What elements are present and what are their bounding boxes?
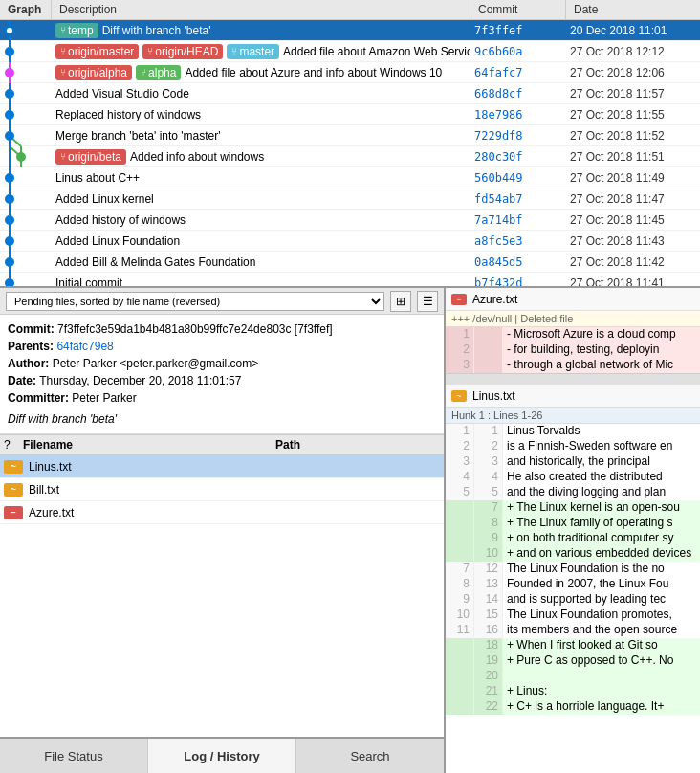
desc-cell: Added Visual Studio Code <box>52 87 470 100</box>
files-q-col: ? <box>0 438 19 452</box>
files-name-col: Filename <box>19 438 272 452</box>
log-row[interactable]: ⑂origin/master⑂origin/HEAD⑂masterAdded f… <box>0 41 700 62</box>
diff-deleted-note: +++ /dev/null | Deleted file <box>446 311 700 327</box>
log-row[interactable]: Linus about C++560b44927 Oct 2018 11:49 <box>0 167 700 188</box>
diff-line: 11 Linus Torvalds <box>446 424 700 439</box>
log-row[interactable]: Merge branch 'beta' into 'master'7229df8… <box>0 125 700 146</box>
desc-cell: Added Bill & Melinda Gates Foundation <box>52 255 470 269</box>
file-row[interactable]: −Azure.txt <box>0 501 444 524</box>
graph-cell <box>0 41 52 62</box>
graph-cell <box>0 125 52 146</box>
diff-line: 914 and is supported by leading tec <box>446 592 700 607</box>
diff-line: 9+ on both traditional computer sy <box>446 531 700 546</box>
commit-hash-cell: b7f432d <box>470 276 566 289</box>
files-list: ~Linus.txt~Bill.txt−Azure.txt <box>0 455 444 737</box>
desc-cell: ⑂origin/betaAdded info about windows <box>52 149 470 165</box>
diff-line: 10+ and on various embedded devices <box>446 546 700 562</box>
diff-line: 21+ Linus: <box>446 684 700 699</box>
horizontal-scrollbar[interactable] <box>446 373 700 385</box>
diff-file-icon-linus: ~ <box>451 390 467 402</box>
file-name: Linus.txt <box>23 460 272 474</box>
commit-info: Commit: 7f3ffefc3e59da1b4b481a80b99ffc7e… <box>0 315 444 434</box>
log-row[interactable]: ⑂origin/betaAdded info about windows280c… <box>0 146 700 167</box>
date-cell: 27 Oct 2018 11:47 <box>566 192 700 206</box>
diff-line: 7+ The Linux kernel is an open-sou <box>446 500 700 516</box>
log-row[interactable]: Added Linux kernelfd54ab727 Oct 2018 11:… <box>0 188 700 210</box>
log-row[interactable]: Added Linux Foundationa8fc5e327 Oct 2018… <box>0 231 700 252</box>
log-row[interactable]: Added history of windows7a714bf27 Oct 20… <box>0 210 700 231</box>
list-view-button[interactable]: ☰ <box>417 291 438 312</box>
diff-line: 712 The Linux Foundation is the no <box>446 562 700 577</box>
parents-hash-link[interactable]: 64fafc79e8 <box>56 340 113 353</box>
header-description: Description <box>52 0 470 19</box>
tab-log---history[interactable]: Log / History <box>148 739 296 773</box>
commit-hash-cell: 7a714bf <box>470 213 566 227</box>
azure-diff-lines: 1- Microsoft Azure is a cloud comp2- for… <box>446 327 700 373</box>
commit-label: Commit: <box>8 322 55 336</box>
log-row[interactable]: Added Bill & Melinda Gates Foundation0a8… <box>0 252 700 273</box>
graph-cell <box>0 62 52 83</box>
commit-description: Diff with branch 'beta' <box>102 24 211 37</box>
svg-point-24 <box>6 237 13 245</box>
commit-hash-cell: 7229df8 <box>470 129 566 143</box>
log-row[interactable]: ⑂origin/alpha⑂alphaAdded file about Azur… <box>0 62 700 83</box>
commit-hash-cell: 560b449 <box>470 171 566 185</box>
bottom-pane: Pending files, sorted by file name (reve… <box>0 288 700 773</box>
svg-point-12 <box>6 132 13 140</box>
commit-hash-cell: 668d8cf <box>470 87 566 100</box>
files-path-col: Path <box>272 438 444 452</box>
commit-description: Added info about windows <box>130 150 264 164</box>
log-row[interactable]: Initial commitb7f432d27 Oct 2018 11:41 <box>0 273 700 288</box>
date-cell: 27 Oct 2018 11:42 <box>566 255 700 269</box>
parents-label: Parents: <box>8 340 54 353</box>
desc-cell: Initial commit <box>52 276 470 289</box>
svg-point-9 <box>6 111 13 119</box>
file-name: Bill.txt <box>23 483 272 497</box>
commit-hash-cell: 7f3ffef <box>470 24 566 37</box>
svg-point-3 <box>6 48 13 55</box>
modified-icon: ~ <box>4 483 23 497</box>
desc-cell: Added history of windows <box>52 213 470 227</box>
commit-hash-value: 7f3ffefc3e59da1b4b481a80b99ffc7e24de803c… <box>57 322 333 336</box>
log-row[interactable]: Added Visual Studio Code668d8cf27 Oct 20… <box>0 83 700 104</box>
file-row[interactable]: ~Bill.txt <box>0 478 444 501</box>
date-cell: 27 Oct 2018 12:06 <box>566 66 700 79</box>
commit-hash-cell: fd54ab7 <box>470 192 566 206</box>
pending-sort-select[interactable]: Pending files, sorted by file name (reve… <box>6 292 384 311</box>
diff-line: 3- through a global network of Mic <box>446 358 700 373</box>
committer-label: Committer: <box>8 391 69 405</box>
commit-description: Added Visual Studio Code <box>55 87 189 100</box>
diff-line: 22+ C+ is a horrible language. It+ <box>446 699 700 715</box>
pending-bar: Pending files, sorted by file name (reve… <box>0 288 444 315</box>
svg-point-28 <box>6 279 13 287</box>
log-row[interactable]: ⑂tempDiff with branch 'beta'7f3ffef20 De… <box>0 20 700 41</box>
graph-cell <box>0 210 52 231</box>
diff-line: 2- for building, testing, deployin <box>446 342 700 358</box>
left-panel: Pending files, sorted by file name (reve… <box>0 288 446 773</box>
commit-hash-cell: 9c6b60a <box>470 45 566 58</box>
commit-description: Added history of windows <box>55 213 186 227</box>
diff-panel: −Azure.txt+++ /dev/null | Deleted file1-… <box>446 288 700 773</box>
diff-file-header-linus: ~Linus.txt <box>446 385 700 408</box>
deleted-icon: − <box>4 506 23 519</box>
date-cell: 27 Oct 2018 11:41 <box>566 276 700 289</box>
commit-hash-cell: 0a845d5 <box>470 255 566 269</box>
svg-point-22 <box>6 216 13 224</box>
commit-log: ⑂tempDiff with branch 'beta'7f3ffef20 De… <box>0 20 700 288</box>
diff-line: 19+ Pure C as opposed to C++. No <box>446 653 700 669</box>
linus-diff-lines: 11 Linus Torvalds22 is a Finnish-Sweden … <box>446 424 700 773</box>
tab-search[interactable]: Search <box>296 739 444 773</box>
desc-cell: Replaced history of windows <box>52 108 470 121</box>
date-cell: 27 Oct 2018 11:52 <box>566 129 700 143</box>
log-row[interactable]: Replaced history of windows18e798627 Oct… <box>0 104 700 125</box>
file-row[interactable]: ~Linus.txt <box>0 455 444 478</box>
author-label: Author: <box>8 357 49 370</box>
committer-value: Peter Parker <box>72 391 136 405</box>
diff-line: 1116 its members and the open source <box>446 623 700 638</box>
tab-file-status[interactable]: File Status <box>0 739 148 773</box>
diff-line: 55 and the diving logging and plan <box>446 485 700 500</box>
grid-view-button[interactable]: ⊞ <box>390 291 411 312</box>
commit-hash-cell: 64fafc7 <box>470 66 566 79</box>
graph-cell <box>0 167 52 188</box>
svg-point-1 <box>6 27 13 34</box>
